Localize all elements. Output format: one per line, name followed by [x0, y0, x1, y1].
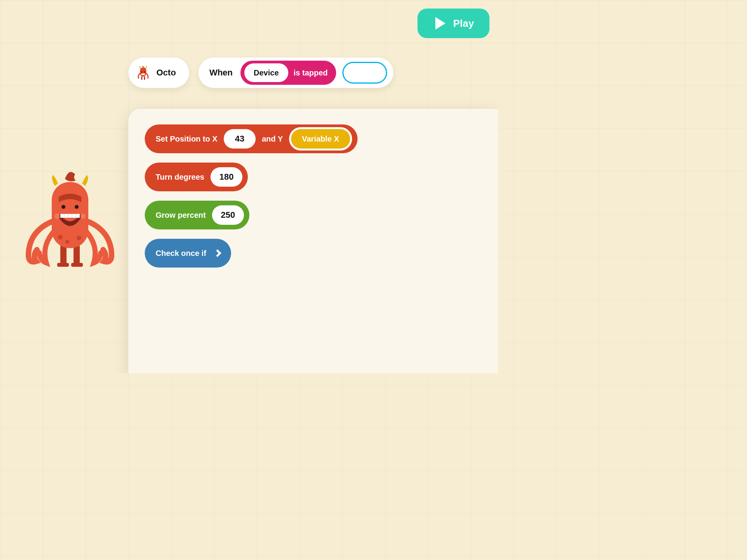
svg-point-14 — [80, 214, 86, 219]
block-label: Turn degrees — [156, 173, 204, 182]
play-icon — [435, 17, 445, 30]
stage-character-octo[interactable] — [21, 163, 119, 272]
degrees-input[interactable]: 180 — [210, 167, 242, 187]
when-block[interactable]: When Device is tapped — [198, 58, 393, 88]
svg-point-13 — [54, 214, 60, 219]
check-once-if-block[interactable]: Check once if — [145, 239, 231, 268]
chevron-right-icon — [214, 249, 221, 257]
svg-rect-6 — [60, 245, 67, 264]
empty-parameter-slot[interactable] — [342, 62, 387, 84]
svg-rect-4 — [141, 77, 142, 80]
event-subject[interactable]: Device — [244, 63, 288, 82]
svg-rect-0 — [140, 67, 146, 77]
block-label: and Y — [262, 135, 283, 144]
percent-input[interactable]: 250 — [212, 205, 244, 225]
rule-header: Octo When Device is tapped — [128, 58, 393, 88]
svg-point-20 — [65, 240, 69, 244]
play-label: Play — [453, 18, 474, 30]
svg-point-1 — [141, 72, 142, 73]
svg-point-2 — [144, 72, 146, 73]
grow-percent-block[interactable]: Grow percent 250 — [145, 201, 249, 229]
svg-rect-7 — [74, 245, 80, 264]
object-name: Octo — [156, 68, 176, 78]
svg-point-12 — [75, 205, 79, 209]
svg-rect-3 — [141, 74, 145, 75]
svg-rect-8 — [57, 263, 69, 267]
block-label: Check once if — [156, 249, 206, 258]
block-label: Set Position to X — [156, 135, 217, 144]
turn-degrees-block[interactable]: Turn degrees 180 — [145, 163, 248, 191]
octo-icon — [136, 65, 150, 80]
y-value-slot[interactable]: Variable X — [289, 127, 352, 150]
object-chip[interactable]: Octo — [128, 58, 189, 88]
x-value-input[interactable]: 43 — [224, 129, 256, 149]
play-button[interactable]: Play — [417, 9, 489, 38]
svg-point-19 — [58, 235, 63, 240]
event-action: is tapped — [294, 68, 328, 77]
set-position-block[interactable]: Set Position to X 43 and Y Variable X — [145, 124, 358, 153]
block-label: Grow percent — [156, 211, 206, 220]
event-pill[interactable]: Device is tapped — [240, 61, 336, 85]
when-label: When — [209, 68, 233, 78]
svg-point-11 — [61, 205, 65, 209]
svg-point-21 — [77, 236, 81, 240]
code-panel: Set Position to X 43 and Y Variable X Tu… — [128, 109, 498, 373]
variable-pill[interactable]: Variable X — [291, 129, 350, 149]
svg-rect-9 — [71, 263, 83, 267]
svg-rect-5 — [144, 77, 145, 80]
